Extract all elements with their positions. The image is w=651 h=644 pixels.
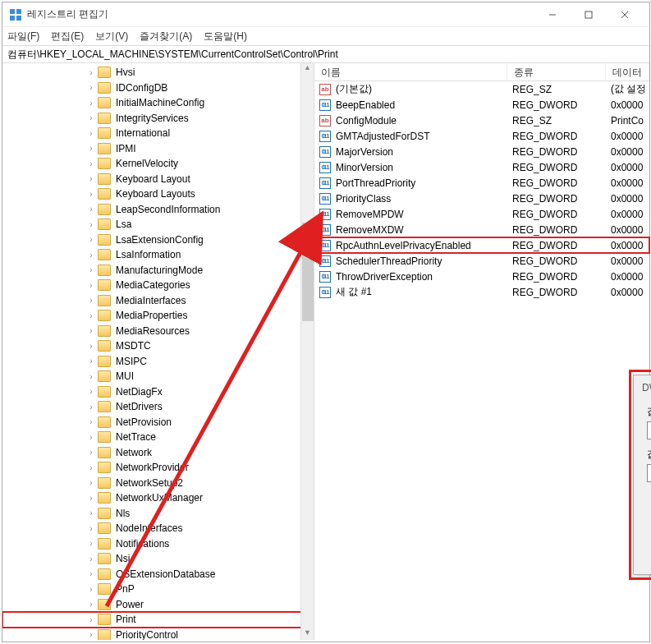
registry-value-row[interactable]: abConfigModuleREG_SZPrintCo — [314, 113, 649, 128]
tree-item-power[interactable]: ›Power — [2, 597, 314, 613]
tree-item-print[interactable]: ›Print — [2, 612, 314, 628]
value-name-input[interactable] — [647, 421, 651, 439]
expand-chevron-icon[interactable]: › — [86, 113, 96, 122]
tree-item-notifications[interactable]: ›Notifications — [2, 536, 314, 552]
tree-item-integrityservices[interactable]: ›IntegrityServices — [2, 111, 314, 126]
tree-item-networkuxmanager[interactable]: ›NetworkUxManager — [2, 490, 314, 506]
expand-chevron-icon[interactable]: › — [86, 83, 96, 92]
col-data[interactable]: 데이터 — [606, 63, 649, 80]
tree-item-kernelvelocity[interactable]: ›KernelVelocity — [2, 156, 314, 172]
expand-chevron-icon[interactable]: › — [86, 129, 96, 138]
col-name[interactable]: 이름 — [314, 63, 507, 80]
registry-value-row[interactable]: 011PriorityClassREG_DWORD0x0000 — [314, 191, 649, 206]
registry-value-row[interactable]: 011RemoveMPDWREG_DWORD0x0000 — [314, 206, 649, 222]
tree-item-nls[interactable]: ›Nls — [2, 506, 314, 522]
expand-chevron-icon[interactable]: › — [86, 342, 96, 351]
expand-chevron-icon[interactable]: › — [86, 448, 96, 457]
tree-item-pnp[interactable]: ›PnP — [2, 582, 314, 597]
tree-item-idconfigdb[interactable]: ›IDConfigDB — [2, 80, 314, 96]
expand-chevron-icon[interactable]: › — [86, 417, 96, 426]
tree-item-osextensiondatabase[interactable]: ›OSExtensionDatabase — [2, 567, 314, 582]
tree-item-lsaextensionconfig[interactable]: ›LsaExtensionConfig — [2, 232, 314, 248]
registry-value-row[interactable]: ab(기본값)REG_SZ(값 설정 — [314, 81, 649, 97]
tree-item-netdiagfx[interactable]: ›NetDiagFx — [2, 384, 314, 400]
expand-chevron-icon[interactable]: › — [86, 539, 96, 548]
tree-item-nsi[interactable]: ›Nsi — [2, 551, 314, 567]
expand-chevron-icon[interactable]: › — [86, 296, 96, 305]
registry-value-row[interactable]: 011GMTAdjustedForDSTREG_DWORD0x0000 — [314, 128, 649, 144]
tree-item-prioritycontrol[interactable]: ›PriorityControl — [2, 628, 314, 641]
expand-chevron-icon[interactable]: › — [86, 356, 96, 366]
tree-item-msdtc[interactable]: ›MSDTC — [2, 338, 314, 354]
tree-item-networkprovider[interactable]: ›NetworkProvider — [2, 460, 314, 476]
tree-item-ipmi[interactable]: ›IPMI — [2, 141, 314, 157]
expand-chevron-icon[interactable]: › — [86, 235, 96, 244]
tree-item-lsainformation[interactable]: ›LsaInformation — [2, 247, 314, 263]
col-type[interactable]: 종류 — [507, 63, 606, 80]
expand-chevron-icon[interactable]: › — [86, 311, 96, 320]
tree-item-international[interactable]: ›International — [2, 126, 314, 141]
menu-help[interactable]: 도움말(H) — [204, 30, 247, 44]
minimize-button[interactable] — [534, 3, 571, 26]
expand-chevron-icon[interactable]: › — [86, 190, 96, 199]
registry-value-row[interactable]: 011새 값 #1REG_DWORD0x0000 — [314, 284, 649, 300]
tree-panel[interactable]: ›Hvsi›IDConfigDB›InitialMachineConfig›In… — [2, 63, 314, 640]
tree-item-msipc[interactable]: ›MSIPC — [2, 354, 314, 370]
expand-chevron-icon[interactable]: › — [86, 569, 96, 578]
expand-chevron-icon[interactable]: › — [86, 326, 96, 335]
address-bar[interactable]: 컴퓨터\HKEY_LOCAL_MACHINE\SYSTEM\CurrentCon… — [2, 45, 649, 63]
tree-item-mui[interactable]: ›MUI — [2, 369, 314, 384]
tree-item-initialmachineconfig[interactable]: ›InitialMachineConfig — [2, 95, 314, 111]
expand-chevron-icon[interactable]: › — [86, 630, 96, 639]
menu-view[interactable]: 보기(V) — [95, 30, 128, 44]
expand-chevron-icon[interactable]: › — [86, 463, 96, 472]
tree-item-networksetup2[interactable]: ›NetworkSetup2 — [2, 476, 314, 491]
expand-chevron-icon[interactable]: › — [86, 402, 96, 412]
tree-item-network[interactable]: ›Network — [2, 445, 314, 461]
menu-file[interactable]: 파일(F) — [7, 30, 39, 44]
expand-chevron-icon[interactable]: › — [86, 478, 96, 487]
registry-value-row[interactable]: 011MajorVersionREG_DWORD0x0000 — [314, 144, 649, 159]
expand-chevron-icon[interactable]: › — [86, 144, 96, 153]
expand-chevron-icon[interactable]: › — [86, 265, 96, 274]
tree-item-nodeinterfaces[interactable]: ›NodeInterfaces — [2, 521, 314, 536]
expand-chevron-icon[interactable]: › — [86, 251, 96, 260]
expand-chevron-icon[interactable]: › — [86, 174, 96, 183]
registry-value-row[interactable]: 011PortThreadPriorityREG_DWORD0x0000 — [314, 175, 649, 191]
expand-chevron-icon[interactable]: › — [86, 159, 96, 168]
expand-chevron-icon[interactable]: › — [86, 494, 96, 503]
expand-chevron-icon[interactable]: › — [86, 205, 96, 214]
registry-value-row[interactable]: 011RpcAuthnLevelPrivacyEnabledREG_DWORD0… — [314, 237, 649, 253]
tree-item-keyboard-layouts[interactable]: ›Keyboard Layouts — [2, 186, 314, 202]
tree-item-hvsi[interactable]: ›Hvsi — [2, 65, 314, 80]
expand-chevron-icon[interactable]: › — [86, 615, 96, 624]
tree-item-nettrace[interactable]: ›NetTrace — [2, 430, 314, 445]
expand-chevron-icon[interactable]: › — [86, 372, 96, 381]
value-data-input[interactable] — [647, 464, 651, 482]
expand-chevron-icon[interactable]: › — [86, 68, 96, 77]
maximize-button[interactable] — [571, 3, 607, 26]
expand-chevron-icon[interactable]: › — [86, 433, 96, 442]
tree-item-mediacategories[interactable]: ›MediaCategories — [2, 278, 314, 293]
tree-item-leapsecondinformation[interactable]: ›LeapSecondInformation — [2, 202, 314, 218]
tree-item-mediainterfaces[interactable]: ›MediaInterfaces — [2, 293, 314, 309]
tree-item-manufacturingmode[interactable]: ›ManufacturingMode — [2, 263, 314, 278]
expand-chevron-icon[interactable]: › — [86, 585, 96, 594]
menu-favorites[interactable]: 즐겨찾기(A) — [140, 30, 192, 44]
tree-scrollbar[interactable]: ▲▼ — [300, 63, 314, 640]
expand-chevron-icon[interactable]: › — [86, 99, 96, 108]
tree-item-mediaresources[interactable]: ›MediaResources — [2, 324, 314, 339]
tree-item-netdrivers[interactable]: ›NetDrivers — [2, 399, 314, 415]
expand-chevron-icon[interactable]: › — [86, 281, 96, 290]
registry-value-row[interactable]: 011BeepEnabledREG_DWORD0x0000 — [314, 97, 649, 113]
registry-value-row[interactable]: 011SchedulerThreadPriorityREG_DWORD0x000… — [314, 253, 649, 269]
expand-chevron-icon[interactable]: › — [86, 600, 96, 609]
expand-chevron-icon[interactable]: › — [86, 524, 96, 533]
tree-item-keyboard-layout[interactable]: ›Keyboard Layout — [2, 172, 314, 187]
registry-value-row[interactable]: 011RemoveMXDWREG_DWORD0x0000 — [314, 222, 649, 237]
expand-chevron-icon[interactable]: › — [86, 508, 96, 518]
registry-value-row[interactable]: 011ThrowDriverExceptionREG_DWORD0x0000 — [314, 269, 649, 284]
tree-item-mediaproperties[interactable]: ›MediaProperties — [2, 308, 314, 324]
expand-chevron-icon[interactable]: › — [86, 554, 96, 564]
expand-chevron-icon[interactable]: › — [86, 220, 96, 229]
